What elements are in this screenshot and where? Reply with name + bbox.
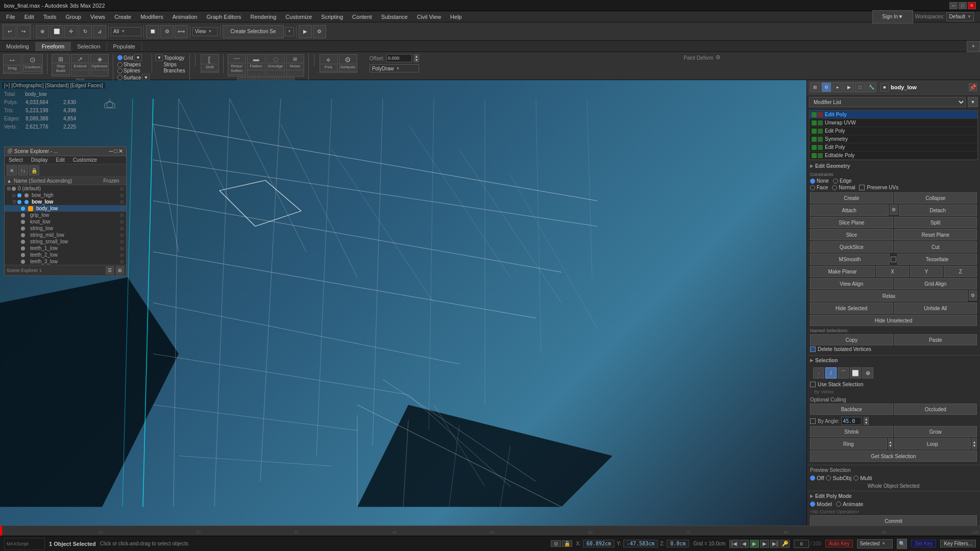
create-selection-button[interactable]: Create Selection Se <box>223 25 284 38</box>
redo-button[interactable]: ↪ <box>17 25 30 38</box>
se-menu-display[interactable]: Display <box>27 156 52 164</box>
menu-modifiers[interactable]: Modifiers <box>136 13 167 21</box>
se-item-knotlow[interactable]: knot_low ⊞ <box>5 218 126 225</box>
select-region-button[interactable]: ⬜ <box>50 25 63 38</box>
menu-edit[interactable]: Edit <box>20 13 38 21</box>
se-menu-edit[interactable]: Edit <box>52 156 69 164</box>
menu-scripting[interactable]: Scripting <box>317 13 347 21</box>
viewport[interactable]: [+] [Orthographic] [Standard] [Edged Fac… <box>0 80 806 525</box>
slice-plane-button[interactable]: Slice Plane <box>810 217 893 228</box>
go-start-button[interactable]: |◀ <box>729 540 739 548</box>
grow-button[interactable]: Grow <box>894 426 977 437</box>
se-item-teeth2low[interactable]: teeth_2_low ⊞ <box>5 252 126 258</box>
snap-button[interactable]: 🔲 <box>146 25 159 38</box>
mod-unwrap-uvw[interactable]: Unwrap UVW <box>810 119 977 127</box>
make-planar-button[interactable]: Make Planar <box>810 266 875 277</box>
shapes-radio[interactable] <box>117 62 122 67</box>
set-key-button[interactable]: Set Key <box>911 540 936 547</box>
mod-editable-poly[interactable]: Editable Poly <box>810 152 977 160</box>
menu-tools[interactable]: Tools <box>39 13 61 21</box>
render-button[interactable]: ▶ <box>299 25 312 38</box>
timeline-bar[interactable]: 0 10 20 30 40 50 60 70 80 90 100 <box>0 526 980 536</box>
se-item-bowhigh[interactable]: ▷ bow_high ⊞ <box>5 192 126 198</box>
menu-civil-view[interactable]: Civil View <box>413 13 445 21</box>
noise-button[interactable]: ≋ Noise <box>286 54 304 77</box>
relax-soften-button[interactable]: 〰 Relax/ Soften <box>228 54 246 77</box>
menu-create[interactable]: Create <box>110 13 135 21</box>
mod-edit-poly-active[interactable]: Edit Poly <box>810 111 977 119</box>
surface-radio[interactable] <box>117 75 122 80</box>
move-button[interactable]: ✛ <box>64 25 78 38</box>
menu-file[interactable]: File <box>2 13 19 21</box>
rp-icon-utility[interactable]: 🔧 <box>866 82 876 92</box>
menu-group[interactable]: Group <box>61 13 85 21</box>
by-angle-spinner[interactable]: ▲ ▼ <box>864 417 869 425</box>
rp-icon-motion[interactable]: ▶ <box>844 82 854 92</box>
sel-poly-icon[interactable]: ⬜ <box>850 367 861 379</box>
msmooth-button[interactable]: MSmooth <box>810 254 890 265</box>
rp-icon-hierarchy[interactable]: ▸ <box>832 82 843 92</box>
se-item-stringmidlow[interactable]: string_mid_low ⊞ <box>5 232 126 238</box>
use-stack-check[interactable]: Use Stack Selection <box>810 382 977 387</box>
maxscript-mini[interactable]: MAXScript <box>4 538 45 550</box>
menu-content[interactable]: Content <box>348 13 376 21</box>
sel-vertex-icon[interactable]: · <box>813 367 824 379</box>
create-selection-dropdown[interactable]: ▼ <box>285 27 294 36</box>
attach-settings-icon[interactable]: ⚙ <box>890 205 898 215</box>
undo-button[interactable]: ↩ <box>3 25 16 38</box>
se-close-button[interactable]: ✕ <box>118 148 123 155</box>
delete-isolated-check[interactable]: Delete Isolated Vertices <box>810 346 977 352</box>
se-item-0default[interactable]: ⊞ 0 (default) ⊞ <box>5 185 126 192</box>
modifier-list-dropdown[interactable]: Modifier List <box>809 97 966 107</box>
rotate-button[interactable]: ↻ <box>79 25 92 38</box>
select-button[interactable]: ⊕ <box>36 25 49 38</box>
copy-button[interactable]: Copy <box>810 334 893 345</box>
menu-help[interactable]: Help <box>446 13 466 21</box>
paint-deform-settings-icon[interactable]: ⚙ <box>716 54 721 61</box>
search-button[interactable]: 🔍 <box>897 539 907 549</box>
layer-dropdown[interactable]: All ▼ <box>111 27 141 36</box>
grid-align-button[interactable]: Grid Align <box>894 278 977 289</box>
se-item-bodylow[interactable]: body_low ⊞ <box>5 205 126 212</box>
step-build-button[interactable]: ⊞ Step Build <box>52 54 70 77</box>
se-item-griplow[interactable]: grip_low ⊞ <box>5 212 126 218</box>
ring-button[interactable]: Ring <box>810 438 887 449</box>
workspace-dropdown[interactable]: Default ▼ <box>946 12 974 21</box>
mod-symmetry[interactable]: Symmetry <box>810 135 977 143</box>
slice-button[interactable]: Slice <box>810 229 893 240</box>
menu-substance[interactable]: Substance <box>377 13 412 21</box>
offset-input[interactable] <box>386 54 412 62</box>
by-angle-checkbox[interactable] <box>810 418 816 424</box>
animate-radio[interactable]: Animate <box>836 501 863 507</box>
se-menu-customize[interactable]: Customize <box>69 156 101 164</box>
attach-button[interactable]: Attach <box>810 205 889 216</box>
rp-icon-display2[interactable]: □ <box>855 82 865 92</box>
defaults-button[interactable]: ⚙ Defaults <box>339 54 357 73</box>
z-button[interactable]: Z <box>944 266 977 277</box>
se-item-teeth1low[interactable]: teeth_1_low ⊞ <box>5 245 126 252</box>
msmooth-check[interactable] <box>891 254 896 265</box>
se-item-stringsmalllow[interactable]: string_small_low ⊞ <box>5 238 126 245</box>
rp-obj-color-swatch[interactable]: ■ <box>880 83 889 91</box>
se-item-bowlow[interactable]: ▽ bow_low ⊞ <box>5 198 126 205</box>
go-end-button[interactable]: ▶| <box>770 540 779 548</box>
rp-pin-button[interactable]: 📌 <box>969 83 977 91</box>
next-frame-button[interactable]: ▶ <box>760 540 769 548</box>
selected-dropdown[interactable]: Selected ▼ <box>857 539 893 548</box>
detach-button[interactable]: Detach <box>899 205 977 216</box>
conform-button[interactable]: ⊙ Conform <box>22 54 43 74</box>
render-settings-button[interactable]: ⚙ <box>313 25 326 38</box>
view-align-button[interactable]: View Align <box>810 278 893 289</box>
commit-button[interactable]: Commit <box>810 515 977 525</box>
se-icon2-button[interactable]: ⊞ <box>116 266 124 274</box>
grid-dropdown[interactable]: ▼ <box>134 54 142 61</box>
splines-radio[interactable] <box>117 68 122 73</box>
sel-element-icon[interactable]: ⊕ <box>862 367 873 379</box>
relax-settings-icon[interactable]: ⚙ <box>969 290 977 300</box>
x-button[interactable]: X <box>876 266 909 277</box>
menu-rendering[interactable]: Rendering <box>247 13 281 21</box>
status-icon1[interactable]: ⊙ <box>551 540 561 547</box>
ring-spinner[interactable]: ▲ ▼ <box>888 438 893 449</box>
more-tabs-button[interactable]: + <box>967 41 980 52</box>
mod-edit-poly-2[interactable]: Edit Poly <box>810 127 977 135</box>
